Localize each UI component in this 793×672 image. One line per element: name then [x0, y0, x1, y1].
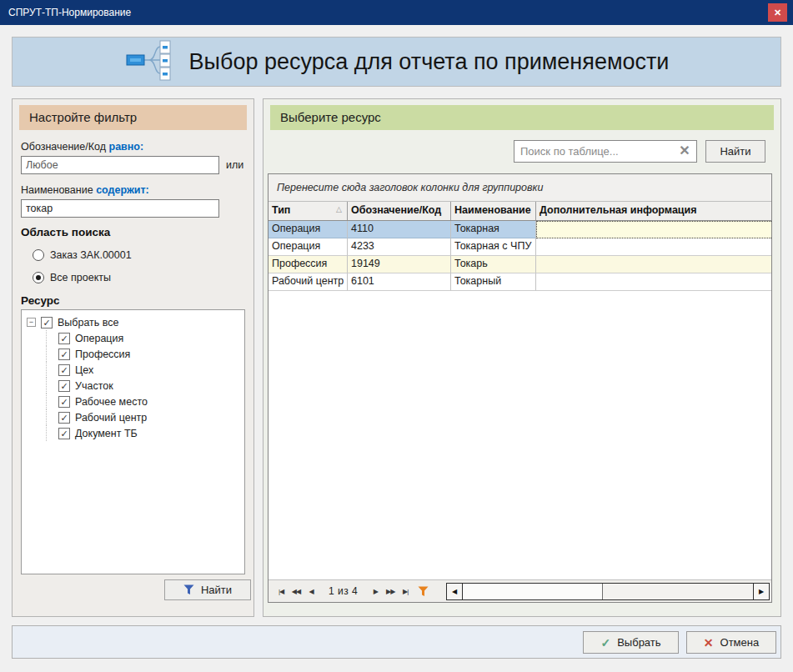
tree-item-section[interactable]: ✓ Участок — [22, 378, 244, 394]
tree-item-select-all[interactable]: − ✓ Выбрать все — [22, 314, 244, 330]
search-area-label: Область поиска — [21, 226, 110, 238]
table-row[interactable]: Рабочий центр 6101 Токарный — [269, 273, 771, 291]
resource-table: Перенесите сюда заголовок колонки для гр… — [268, 173, 772, 603]
title-bar: СПРУТ-ТП-Нормирование ✕ — [0, 0, 793, 25]
tree-item-workcenter[interactable]: ✓ Рабочий центр — [22, 409, 244, 425]
radio-all-projects-circle[interactable] — [33, 272, 44, 283]
table-empty-area — [269, 291, 771, 579]
column-header-code[interactable]: Обозначение/Код — [348, 202, 451, 220]
table-header-row: Тип △ Обозначение/Код Наименование Допол… — [269, 202, 771, 221]
filter-panel-header: Настройте фильтр — [19, 105, 247, 130]
tree-item-shop[interactable]: ✓ Цех — [22, 362, 244, 378]
or-label: или — [226, 159, 243, 171]
pager-prior-icon[interactable]: ◀ — [304, 584, 319, 599]
table-row[interactable]: Операция 4233 Токарная с ЧПУ — [269, 238, 771, 256]
page-title: Выбор ресурса для отчета по применяемост… — [189, 49, 670, 75]
table-find-button[interactable]: Найти — [705, 140, 765, 163]
tree-item-safety-doc[interactable]: ✓ Документ ТБ — [22, 425, 244, 441]
checkbox-safety-doc[interactable]: ✓ — [58, 428, 70, 439]
radio-order[interactable]: Заказ ЗАК.00001 — [33, 249, 132, 261]
pager-next-icon[interactable]: ▶ — [368, 584, 383, 599]
close-button[interactable]: ✕ — [768, 3, 787, 22]
code-input[interactable] — [21, 156, 219, 174]
scroll-left-icon[interactable]: ◀ — [447, 584, 463, 599]
checkbox-shop[interactable]: ✓ — [58, 364, 70, 376]
tree-item-operation[interactable]: ✓ Операция — [22, 330, 244, 346]
scroll-right-icon[interactable]: ▶ — [753, 584, 769, 599]
window-title: СПРУТ-ТП-Нормирование — [0, 0, 793, 25]
table-row[interactable]: Профессия 19149 Токарь — [269, 256, 771, 273]
banner: Выбор ресурса для отчета по применяемост… — [12, 37, 781, 87]
cross-icon: ✕ — [704, 636, 714, 649]
horizontal-scrollbar[interactable]: ◀ ▶ — [446, 583, 770, 600]
filter-funnel-icon — [183, 584, 194, 595]
radio-all-projects[interactable]: Все проекты — [33, 272, 111, 283]
filter-find-button[interactable]: Найти — [164, 579, 251, 600]
scrollbar-thumb[interactable] — [463, 584, 603, 599]
resource-tree-icon — [124, 39, 176, 84]
pager-next-page-icon[interactable]: ▶▶ — [383, 584, 398, 599]
pager-filter-funnel-icon[interactable] — [418, 586, 429, 597]
search-clear-icon[interactable]: ✕ — [677, 143, 692, 158]
pager-bar: |◀ ◀◀ ◀ 1 из 4 ▶ ▶▶ ▶| ◀ ▶ — [269, 579, 771, 602]
sort-asc-icon: △ — [336, 205, 342, 213]
tree-item-profession[interactable]: ✓ Профессия — [22, 346, 244, 362]
table-row[interactable]: Операция 4110 Токарная — [269, 221, 771, 238]
pager-first-icon[interactable]: |◀ — [274, 584, 289, 599]
tree-item-workplace[interactable]: ✓ Рабочее место — [22, 394, 244, 409]
checkbox-operation[interactable]: ✓ — [58, 333, 70, 344]
footer-bar: ✓ Выбрать ✕ Отмена — [12, 625, 781, 659]
checkbox-section[interactable]: ✓ — [58, 380, 70, 392]
pager-last-icon[interactable]: ▶| — [398, 584, 413, 599]
select-button[interactable]: ✓ Выбрать — [583, 631, 679, 654]
column-header-type[interactable]: Тип △ — [269, 202, 348, 220]
pager-position: 1 из 4 — [329, 585, 358, 597]
checkbox-profession[interactable]: ✓ — [58, 349, 70, 360]
resource-type-tree: − ✓ Выбрать все ✓ Операция ✓ Профессия ✓… — [21, 309, 245, 574]
collapse-icon[interactable]: − — [27, 318, 36, 327]
checkbox-workcenter[interactable]: ✓ — [58, 412, 70, 424]
table-search-input[interactable] — [514, 140, 697, 163]
name-input[interactable] — [21, 199, 219, 218]
radio-order-circle[interactable] — [33, 249, 44, 261]
resource-panel: Выберите ресурс ✕ Найти Перенесите сюда … — [263, 98, 781, 617]
name-field-label: Наименование содержит: — [21, 184, 149, 196]
checkbox-select-all[interactable]: ✓ — [41, 317, 53, 328]
checkbox-workplace[interactable]: ✓ — [58, 396, 70, 408]
cancel-button[interactable]: ✕ Отмена — [686, 631, 776, 654]
code-operator-link[interactable]: равно: — [109, 141, 144, 153]
column-header-name[interactable]: Наименование — [451, 202, 536, 220]
filter-panel: Настройте фильтр Обозначение/Код равно: … — [12, 98, 254, 617]
name-operator-link[interactable]: содержит: — [96, 184, 149, 196]
pager-prior-page-icon[interactable]: ◀◀ — [289, 584, 304, 599]
group-by-bar[interactable]: Перенесите сюда заголовок колонки для гр… — [269, 174, 771, 202]
column-header-info[interactable]: Дополнительная информация — [536, 202, 771, 220]
resource-panel-header: Выберите ресурс — [270, 105, 774, 130]
check-icon: ✓ — [600, 636, 610, 649]
resource-label: Ресурс — [21, 294, 60, 307]
code-field-label: Обозначение/Код равно: — [21, 141, 143, 153]
